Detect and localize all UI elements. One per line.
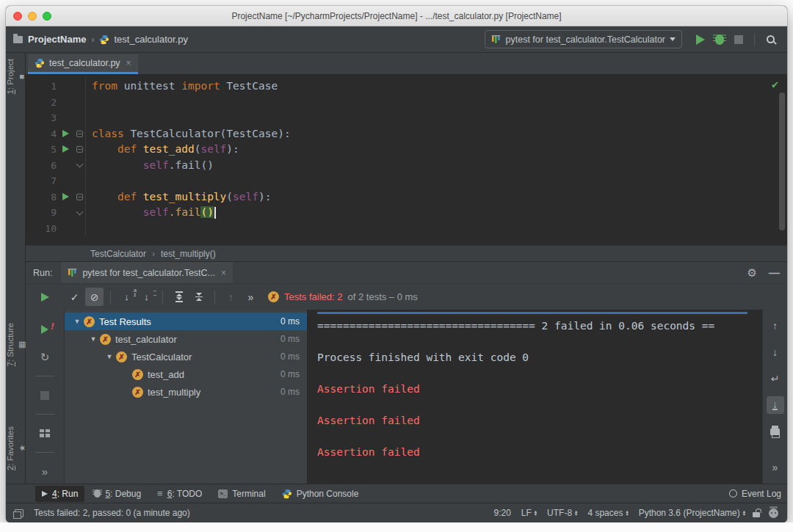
status-widget-4-spaces[interactable]: 4 spaces▴▾ (584, 508, 631, 518)
restore-layout-button[interactable] (36, 424, 54, 442)
run-button[interactable] (691, 30, 710, 49)
print-button[interactable] (767, 423, 784, 440)
status-widget-python-3-6--projectname-[interactable]: Python 3.6 (ProjectName)▴▾ (636, 508, 748, 518)
run-test-gutter-icon[interactable] (62, 145, 69, 153)
fold-end-icon[interactable] (76, 161, 84, 168)
inspector-hector-icon[interactable] (769, 509, 778, 518)
stop-button[interactable] (729, 30, 748, 49)
expander-chevron-icon[interactable]: ▼ (70, 318, 84, 325)
expander-chevron-icon[interactable]: ▼ (103, 353, 116, 360)
event-log-button[interactable]: Event Log (729, 489, 781, 499)
fold-marker-icon[interactable] (76, 131, 83, 137)
test-failed-icon: ✗ (84, 316, 95, 327)
unlock-icon[interactable] (753, 512, 760, 517)
run-console[interactable]: ================================== 2 fai… (307, 310, 762, 484)
test-status: ✗ Tests failed: 2 of 2 tests – 0 ms (268, 291, 418, 302)
gutter-run-cell[interactable] (57, 189, 74, 205)
tab-close-icon[interactable]: × (221, 268, 226, 278)
pytest-icon (491, 34, 501, 45)
expander-chevron-icon[interactable]: ▼ (87, 335, 100, 343)
show-ignored-button[interactable]: ⊘ (85, 288, 104, 306)
line-number[interactable]: 7 (26, 173, 57, 189)
breadcrumb-project[interactable]: ProjectName (28, 34, 86, 45)
tool-window-tab-todo[interactable]: ≡6: TODO (151, 486, 209, 502)
run-tab[interactable]: pytest for test_calculator.TestC... × (61, 262, 233, 283)
scroll-to-end-button[interactable]: ↓ (767, 396, 784, 414)
tests-failed-icon: ✗ (268, 291, 279, 302)
rerun-tests-button[interactable] (36, 288, 54, 306)
tool-window-button-favorites[interactable]: 2: Favorites★ (6, 426, 26, 470)
more-buttons[interactable]: » (767, 459, 784, 476)
code-line: 2 (26, 95, 787, 111)
editor-scrollbar[interactable] (779, 92, 785, 230)
gutter-run-cell[interactable] (57, 126, 74, 142)
python-file-icon (35, 58, 45, 68)
tab-close-icon[interactable]: × (126, 58, 131, 68)
search-everywhere-button[interactable] (761, 30, 780, 49)
hide-panel-button[interactable]: — (769, 266, 780, 279)
up-the-stack-trace-button[interactable]: ↑ (767, 317, 784, 335)
code-token: TestCalculator(TestCase): (130, 128, 290, 139)
line-number[interactable]: 1 (26, 79, 57, 95)
collapse-all-button[interactable] (189, 288, 208, 306)
line-number[interactable]: 2 (26, 95, 57, 111)
test-tree-row[interactable]: ▼✗Test Results0 ms (65, 313, 307, 330)
rerun-failed-tests-button[interactable]: ! (36, 320, 54, 338)
show-passed-button[interactable]: ✓ (65, 288, 84, 306)
inspections-ok-icon[interactable]: ✔ (772, 78, 778, 91)
soft-wrap-button[interactable]: ↵ (767, 370, 784, 387)
fold-marker-icon[interactable] (76, 146, 83, 153)
console-link-line[interactable] (317, 310, 747, 315)
expand-all-button[interactable] (170, 288, 188, 306)
code-editor[interactable]: ✔ 1from unittest import TestCase234class… (26, 75, 787, 245)
test-tree-row[interactable]: ▼✗test_calculator0 ms (65, 330, 307, 348)
breadcrumb-class[interactable]: TestCalculator (90, 249, 146, 259)
run-test-gutter-icon[interactable] (62, 193, 69, 200)
toggle-tool-buttons-icon[interactable] (15, 509, 23, 517)
content-column: test_calculator.py × ✔ 1from unittest im… (26, 53, 787, 484)
gutter-run-cell[interactable] (57, 142, 74, 158)
line-number[interactable]: 8 (26, 189, 57, 205)
line-number[interactable]: 6 (26, 158, 57, 174)
line-number[interactable]: 5 (26, 142, 57, 158)
down-the-stack-trace-button[interactable]: ↓ (767, 343, 784, 361)
editor-tab[interactable]: test_calculator.py × (28, 54, 138, 74)
python-file-icon (99, 34, 109, 45)
status-widget-utf-8[interactable]: UTF-8▴▾ (544, 508, 580, 518)
line-number[interactable]: 10 (26, 221, 57, 237)
previous-failed-test-button[interactable]: ↑ (222, 288, 240, 306)
toggle-auto-test-button[interactable]: ↻ (36, 348, 54, 366)
test-tree-row[interactable]: ✗test_multiply0 ms (65, 383, 307, 401)
status-widget-lf[interactable]: LF▴▾ (518, 508, 540, 518)
stop-process-button[interactable] (36, 386, 54, 404)
run-configuration-select[interactable]: pytest for test_calculator.TestCalculato… (485, 30, 682, 48)
line-number[interactable]: 3 (26, 110, 57, 126)
line-number[interactable]: 9 (26, 205, 57, 221)
debug-button[interactable] (710, 30, 729, 49)
more-actions-button[interactable]: » (242, 288, 260, 306)
tool-window-bar: 4: Run5: Debug≡6: TODO>_TerminalPython C… (6, 484, 787, 503)
pytest-icon (68, 268, 78, 278)
test-tree-row[interactable]: ✗test_add0 ms (65, 365, 307, 383)
breadcrumb-file[interactable]: test_calculator.py (114, 34, 187, 45)
sort-alphabetically-button[interactable]: ↓az (117, 288, 136, 306)
debug-bug-icon (715, 34, 724, 45)
tool-window-tab-pythonconsole[interactable]: Python Console (275, 486, 366, 502)
sort-by-duration-button[interactable]: ↓–– (137, 288, 156, 306)
fold-end-icon[interactable] (76, 208, 84, 215)
tool-window-tab-run[interactable]: 4: Run (35, 486, 84, 502)
tool-window-button-project[interactable]: 1: Project■ (6, 59, 26, 95)
tool-window-button-structure[interactable]: 7: Structure▦ (6, 323, 26, 366)
tool-window-tab-terminal[interactable]: >_Terminal (211, 486, 272, 502)
tool-window-tab-debug[interactable]: 5: Debug (87, 486, 148, 502)
rerun-icon (41, 293, 49, 302)
line-number[interactable]: 4 (26, 126, 57, 142)
fold-marker-icon[interactable] (76, 194, 83, 200)
settings-gear-button[interactable]: ⚙ (747, 266, 757, 280)
test-results-tree[interactable]: ▼✗Test Results0 ms▼✗test_calculator0 ms▼… (65, 310, 307, 484)
breadcrumb-method[interactable]: test_multiply() (161, 249, 216, 259)
test-tree-row[interactable]: ▼✗TestCalculator0 ms (65, 348, 307, 365)
run-test-gutter-icon[interactable] (62, 130, 69, 137)
more-buttons[interactable]: » (36, 462, 54, 481)
code-token: ): (226, 143, 239, 155)
